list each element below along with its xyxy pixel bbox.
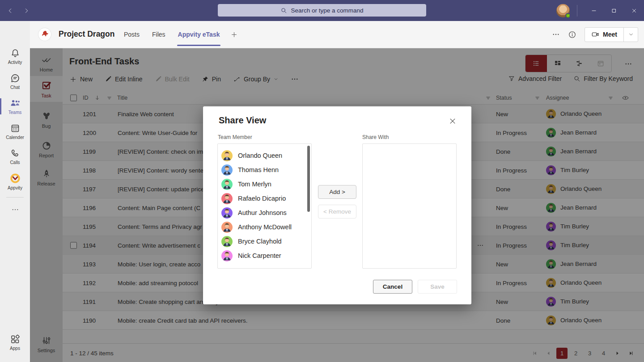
member-name: Orlando Queen [238, 152, 282, 159]
back-button[interactable] [5, 6, 15, 16]
channel-info-button[interactable] [568, 30, 576, 39]
phone-icon [10, 148, 21, 159]
member-name: Authur Johnsons [238, 209, 287, 216]
channel-header: Project Dragon Posts Files Appvity eTask… [30, 21, 644, 48]
member-avatar [221, 250, 233, 261]
minimize-button[interactable] [584, 0, 604, 21]
modal-title: Share View [219, 115, 266, 126]
camera-icon [591, 30, 599, 38]
cancel-button[interactable]: Cancel [373, 280, 412, 294]
dragon-icon [40, 29, 50, 39]
rail-item-activity[interactable]: Activity [0, 45, 30, 68]
member-option[interactable]: Tom Merlyn [221, 177, 311, 191]
calendar-icon [10, 123, 21, 134]
app-rail: Activity Chat Teams Calender Calls Appvi… [0, 21, 30, 362]
info-icon [568, 30, 576, 39]
meet-split-button: Meet [585, 27, 638, 42]
rail-more-button[interactable] [0, 203, 30, 216]
back-icon [7, 7, 14, 14]
save-button[interactable]: Save [418, 280, 457, 294]
appvity-icon [9, 173, 21, 184]
member-name: Rafaelo Dicaprio [238, 195, 286, 202]
user-avatar[interactable] [556, 4, 570, 17]
rail-item-apps[interactable]: Apps [0, 331, 30, 354]
bell-icon [10, 48, 21, 59]
close-button[interactable] [624, 0, 644, 21]
member-option[interactable]: Anthony McDowell [221, 220, 311, 234]
rail-item-appvity[interactable]: Appvity [0, 170, 30, 193]
member-option[interactable]: Rafaelo Dicaprio [221, 191, 311, 206]
chat-icon [10, 73, 21, 84]
maximize-button[interactable] [604, 0, 624, 21]
search-icon [280, 7, 287, 14]
member-avatar [221, 236, 233, 247]
modal-close-button[interactable] [449, 117, 457, 125]
titlebar: Search or type a command [0, 0, 644, 21]
member-avatar [221, 193, 233, 204]
team-member-label: Team Member [218, 134, 252, 140]
scrollbar-thumb[interactable] [307, 146, 310, 212]
member-avatar [221, 222, 233, 233]
add-button[interactable]: Add > [318, 185, 356, 199]
remove-button[interactable]: < Remove [318, 205, 356, 219]
tab-posts[interactable]: Posts [124, 21, 140, 48]
share-with-label: Share With [362, 134, 389, 140]
close-icon [449, 117, 457, 125]
close-icon [631, 8, 637, 14]
rail-item-teams[interactable]: Teams [0, 95, 30, 118]
rail-item-chat[interactable]: Chat [0, 70, 30, 93]
member-avatar [221, 207, 233, 219]
member-name: Nick Carpenter [238, 252, 281, 259]
add-tab-button[interactable] [230, 21, 238, 48]
titlebar-right [556, 0, 644, 21]
command-search-input[interactable]: Search or type a command [218, 4, 426, 17]
presence-available-badge [565, 13, 571, 18]
channel-more-button[interactable] [552, 30, 560, 38]
search-placeholder: Search or type a command [291, 7, 363, 14]
member-option[interactable]: Authur Johnsons [221, 206, 311, 220]
channel-tabs: Posts Files Appvity eTask [124, 21, 238, 48]
tab-files[interactable]: Files [152, 21, 165, 48]
forward-button[interactable] [21, 6, 31, 16]
rail-divider [6, 197, 24, 198]
member-name: Thomas Henn [238, 166, 279, 173]
team-logo [38, 28, 51, 41]
rail-item-calendar[interactable]: Calender [0, 120, 30, 143]
meet-options-button[interactable] [623, 27, 638, 42]
chevron-down-icon [628, 31, 634, 38]
member-avatar [221, 179, 233, 190]
member-name: Bryce Clayhold [238, 238, 282, 245]
member-option[interactable]: Orlando Queen [221, 148, 311, 163]
minimize-icon [591, 8, 597, 14]
member-avatar [221, 150, 233, 161]
teams-icon [9, 98, 21, 109]
history-nav [5, 6, 31, 16]
more-icon [11, 206, 19, 214]
maximize-icon [611, 8, 617, 14]
apps-icon [10, 334, 21, 345]
channel-header-actions: Meet [552, 21, 638, 48]
more-icon [552, 30, 560, 38]
share-with-listbox[interactable] [362, 143, 457, 269]
team-name: Project Dragon [59, 29, 114, 39]
rail-item-calls[interactable]: Calls [0, 145, 30, 168]
member-name: Tom Merlyn [238, 181, 271, 188]
member-option[interactable]: Nick Carpenter [221, 248, 311, 263]
titlebar-divider [577, 5, 577, 17]
team-member-listbox: Orlando Queen Thomas Henn Tom Merlyn Raf… [217, 143, 312, 269]
tab-appvity-etask[interactable]: Appvity eTask [178, 21, 220, 48]
plus-icon [230, 31, 238, 38]
forward-icon [23, 7, 30, 14]
member-name: Anthony McDowell [238, 223, 292, 231]
share-view-modal: Share View Team Member Share With Orland… [203, 106, 471, 304]
member-avatar [221, 164, 233, 176]
member-option[interactable]: Bryce Clayhold [221, 234, 311, 248]
member-option[interactable]: Thomas Henn [221, 163, 311, 177]
meet-button[interactable]: Meet [585, 30, 623, 38]
